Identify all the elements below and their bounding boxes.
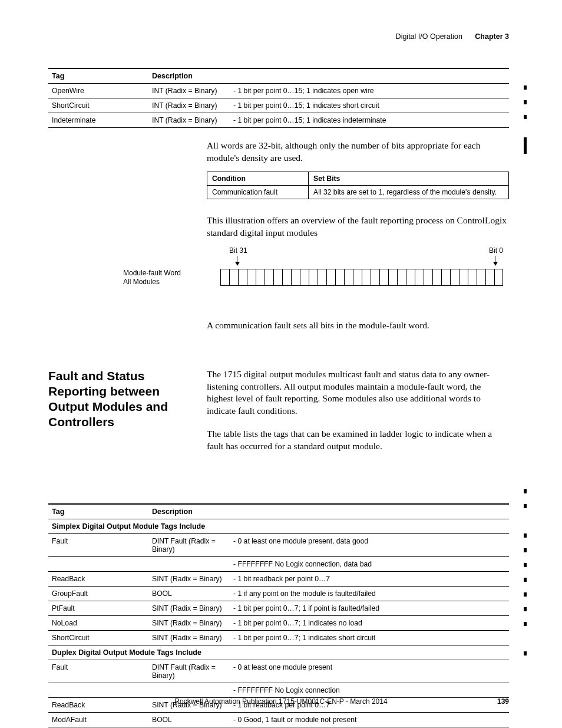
cell: - FFFFFFFF No Logix connection xyxy=(230,683,509,698)
change-bar-icon xyxy=(524,504,527,508)
cell: - 1 bit per point 0…15; 1 indicates open… xyxy=(230,84,509,98)
cell: - 1 if any point on the module is faulte… xyxy=(230,587,509,601)
cell: PtFault xyxy=(48,601,148,616)
cell: NoLoad xyxy=(48,616,148,631)
cell xyxy=(148,557,230,572)
table-row: Indeterminate INT (Radix = Binary) - 1 b… xyxy=(48,113,509,128)
cell: - 1 bit per point 0…15; 1 indicates inde… xyxy=(230,113,509,128)
cell: INT (Radix = Binary) xyxy=(148,98,230,113)
change-bar-icon xyxy=(524,115,527,119)
change-bar-icon xyxy=(524,85,527,90)
cell: SINT (Radix = Binary) xyxy=(148,616,230,631)
cell: Indeterminate xyxy=(48,113,148,128)
label-bit31: Bit 31 xyxy=(229,246,247,255)
change-bar-icon xyxy=(524,578,527,582)
section-heading: Fault and Status Reporting between Outpu… xyxy=(48,368,195,464)
table-row: - FFFFFFFF No Logix connection, data bad xyxy=(48,557,509,572)
sub-header: Duplex Digital Output Module Tags Includ… xyxy=(48,645,509,660)
cell: - 1 bit per point 0…7; 1 indicates no lo… xyxy=(230,616,509,631)
cell: Communication fault xyxy=(207,185,309,199)
cell: - 0 Good, 1 fault or module not present xyxy=(230,713,509,727)
page-number: 139 xyxy=(497,697,509,706)
arrow-icon xyxy=(237,256,237,265)
change-bar-icon xyxy=(524,489,527,493)
header-chapter: Chapter 3 xyxy=(475,32,509,41)
table-row: ShortCircuitSINT (Radix = Binary)- 1 bit… xyxy=(48,631,509,645)
cell: - 1 bit per point 0…7; 1 indicates short… xyxy=(230,631,509,645)
cell: - 0 at least one module present, data go… xyxy=(230,534,509,557)
col-header-desc: Description xyxy=(148,68,509,84)
table-row: ModAFaultBOOL- 0 Good, 1 fault or module… xyxy=(48,713,509,727)
change-bar-icon xyxy=(524,592,527,597)
change-bar-icon xyxy=(524,137,527,154)
cell: ReadBack xyxy=(48,572,148,587)
module-fault-label: Module-fault Word All Modules xyxy=(123,269,206,287)
bit-boxes xyxy=(220,269,503,286)
table-row: ReadBackSINT (Radix = Binary)- 1 bit rea… xyxy=(48,572,509,587)
section: Fault and Status Reporting between Outpu… xyxy=(48,368,509,464)
paragraph: All words are 32-bit, although only the … xyxy=(207,140,509,164)
cell: INT (Radix = Binary) xyxy=(148,113,230,128)
cell: SINT (Radix = Binary) xyxy=(148,631,230,645)
footer: Rockwell Automation Publication 1715-UM0… xyxy=(0,697,562,706)
change-bar-icon xyxy=(524,563,527,567)
input-tags-table: Tag Description OpenWire INT (Radix = Bi… xyxy=(48,68,509,128)
change-bar-icon xyxy=(524,548,527,552)
paragraph: A communication fault sets all bits in t… xyxy=(207,319,509,332)
table-row: - FFFFFFFF No Logix connection xyxy=(48,683,509,698)
change-bar-icon xyxy=(524,100,527,104)
cell: INT (Radix = Binary) xyxy=(148,84,230,98)
change-bar-icon xyxy=(524,651,527,655)
cell: OpenWire xyxy=(48,84,148,98)
sub-header-text: Duplex Digital Output Module Tags Includ… xyxy=(48,645,509,660)
cell: - 1 bit per point 0…15; 1 indicates shor… xyxy=(230,98,509,113)
section-body: The 1715 digital output modules multicas… xyxy=(207,368,509,464)
col-header-setbits: Set Bits xyxy=(309,172,509,185)
cell: All 32 bits are set to 1, regardless of … xyxy=(309,185,509,199)
cell: DINT Fault (Radix = Binary) xyxy=(148,534,230,557)
cell: BOOL xyxy=(148,713,230,727)
cell: - 1 bit per point 0…7; 1 if point is fau… xyxy=(230,601,509,616)
text: Module-fault Word xyxy=(123,269,181,277)
cell: DINT Fault (Radix = Binary) xyxy=(148,660,230,683)
paragraph: The 1715 digital output modules multicas… xyxy=(207,368,509,418)
publication-line: Rockwell Automation Publication 1715-UM0… xyxy=(174,697,387,706)
table-row: NoLoadSINT (Radix = Binary)- 1 bit per p… xyxy=(48,616,509,631)
change-bar-icon xyxy=(524,622,527,626)
table-row: PtFaultSINT (Radix = Binary)- 1 bit per … xyxy=(48,601,509,616)
cell xyxy=(148,683,230,698)
cell: GroupFault xyxy=(48,587,148,601)
table-row: FaultDINT Fault (Radix = Binary)- 0 at l… xyxy=(48,660,509,683)
table-row: FaultDINT Fault (Radix = Binary)- 0 at l… xyxy=(48,534,509,557)
header-section: Digital I/O Operation xyxy=(396,32,462,41)
running-header: Digital I/O Operation Chapter 3 xyxy=(48,32,509,41)
col-header-desc: Description xyxy=(148,504,509,519)
col-header-condition: Condition xyxy=(207,172,309,185)
col-header-tag: Tag xyxy=(48,68,148,84)
cell: - FFFFFFFF No Logix connection, data bad xyxy=(230,557,509,572)
cell: ShortCircuit xyxy=(48,98,148,113)
cell xyxy=(48,683,148,698)
cell: BOOL xyxy=(148,587,230,601)
cell: Fault xyxy=(48,660,148,683)
cell: ModAFault xyxy=(48,713,148,727)
page: Digital I/O Operation Chapter 3 Tag Desc… xyxy=(0,0,562,728)
label-bit0: Bit 0 xyxy=(489,246,503,255)
bit-diagram: Bit 31 Bit 0 Module-fault Word All Modul… xyxy=(48,246,509,299)
sub-header-text: Simplex Digital Output Module Tags Inclu… xyxy=(48,519,509,534)
table-row: ShortCircuit INT (Radix = Binary) - 1 bi… xyxy=(48,98,509,113)
arrow-icon xyxy=(495,256,495,265)
output-tags-table: Tag Description Simplex Digital Output M… xyxy=(48,503,509,727)
paragraph: The table lists the tags that can be exa… xyxy=(207,428,509,453)
cell: Fault xyxy=(48,534,148,557)
table-row: Communication fault All 32 bits are set … xyxy=(207,185,509,199)
cell: SINT (Radix = Binary) xyxy=(148,572,230,587)
sub-header: Simplex Digital Output Module Tags Inclu… xyxy=(48,519,509,534)
cell: - 0 at least one module present xyxy=(230,660,509,683)
change-bar-icon xyxy=(524,607,527,611)
cell: - 1 bit readback per point 0…7 xyxy=(230,572,509,587)
col-header-tag: Tag xyxy=(48,504,148,519)
cell: SINT (Radix = Binary) xyxy=(148,601,230,616)
paragraph: This illustration offers an overview of … xyxy=(207,215,509,239)
table-row: GroupFaultBOOL- 1 if any point on the mo… xyxy=(48,587,509,601)
